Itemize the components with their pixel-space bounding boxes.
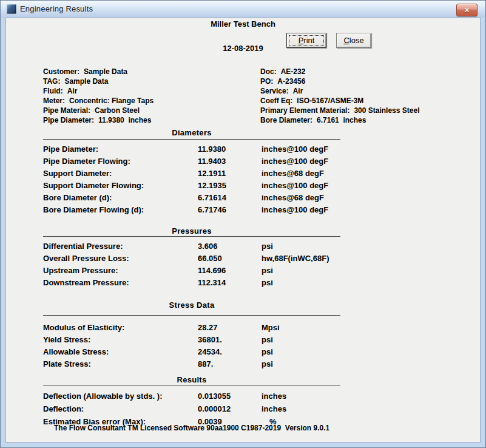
header-field: Service:Air (260, 87, 419, 97)
header-field: Meter:Concentric: Flange Taps (43, 97, 154, 106)
section-title-diameters: Diameters (43, 128, 340, 137)
license-footer: The Flow Consultant TM Licensed Software… (54, 424, 329, 432)
window-titlebar[interactable]: Engineering Results ✕ (1, 1, 485, 18)
table-row: Pipe Diameter:11.9380inches@100 degF (43, 144, 419, 155)
section-divider (43, 236, 340, 237)
report-date: 12-08-2019 (6, 44, 480, 53)
report-content: Miller Test Bench Print Close 12-08-2019… (5, 18, 481, 443)
close-icon: ✕ (464, 6, 470, 15)
section-title-results: Results (43, 375, 340, 384)
header-field: PO:A-23456 (260, 77, 419, 87)
header-field: Bore Diameter:6.7161 inches (260, 116, 419, 126)
header-field: Customer:Sample Data (43, 67, 154, 77)
table-row: Bore Diameter (d):6.71614inches@68 degF (43, 193, 419, 204)
table-row: Plate Stress:887.psi (43, 359, 419, 370)
header-field: Pipe Material:Carbon Steel (43, 106, 154, 116)
table-row: Support Diameter:12.1911inches@68 degF (43, 169, 419, 180)
header-field: Fluid:Air (43, 87, 154, 97)
header-info-left: Customer:Sample Data TAG:Sample Data Flu… (43, 67, 154, 126)
section-title-stress-data: Stress Data (43, 300, 340, 310)
window-title: Engineering Results (20, 4, 93, 13)
section-title-pressures: Pressures (43, 226, 340, 236)
section-divider (43, 315, 340, 316)
section-divider (43, 385, 340, 385)
table-row: Allowable Stress:24534.psi (43, 347, 419, 358)
table-row: Deflection (Allowable by stds. ):0.01305… (43, 392, 419, 402)
table-row: Upstream Pressure:114.696psi (43, 266, 419, 277)
table-row: Support Diameter Flowing:12.1935inches@1… (43, 181, 419, 192)
table-row: Modulus of Elasticity:28.27Mpsi (43, 323, 419, 334)
report-title: Miller Test Bench (6, 19, 480, 29)
table-row: Pipe Diameter Flowing:11.9403inches@100 … (43, 157, 419, 168)
engineering-results-window: Engineering Results ✕ Miller Test Bench … (0, 0, 486, 448)
section-divider (43, 139, 340, 140)
header-field: Doc:AE-232 (260, 67, 419, 77)
header-field: TAG:Sample Data (43, 77, 154, 87)
table-row: Downstream Pressure:112.314psi (43, 278, 419, 289)
table-row: Yield Stress:36801.psi (43, 335, 419, 346)
header-field: Pipe Diameter:11.9380 inches (43, 116, 154, 126)
app-icon (7, 4, 16, 14)
table-row: Differential Pressure:3.606psi (43, 242, 419, 253)
table-row: Bore Diameter Flowing (d):6.71746inches@… (43, 205, 419, 216)
header-info-right: Doc:AE-232 PO:A-23456 Service:Air Coeff … (260, 67, 419, 126)
table-row: Deflection:0.000012inches (43, 404, 419, 415)
header-field: Coeff Eq:ISO-5167/ASME-3M (260, 97, 419, 106)
window-close-button[interactable]: ✕ (456, 4, 478, 16)
table-row: Overall Pressure Loss:66.050hw,68F(inWC,… (43, 254, 419, 265)
header-field: Primary Element Material:300 Stainless S… (260, 106, 419, 116)
